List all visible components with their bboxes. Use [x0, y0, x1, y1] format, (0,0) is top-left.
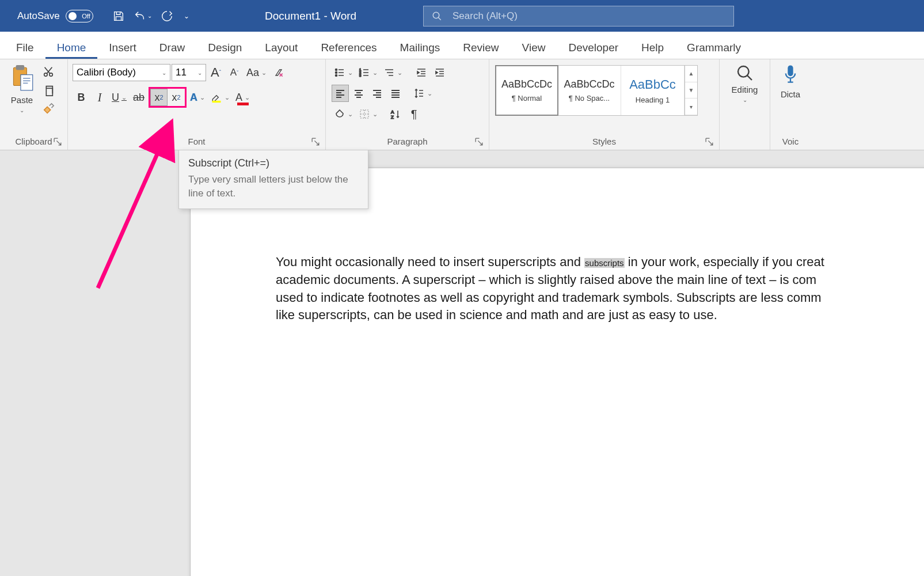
svg-rect-8: [237, 103, 249, 105]
line-spacing-button[interactable]: [411, 85, 435, 102]
sort-button[interactable]: AZ: [387, 105, 404, 123]
shading-button[interactable]: [332, 105, 355, 123]
subscript-button[interactable]: x2: [150, 89, 168, 106]
increase-indent-button[interactable]: [431, 64, 448, 81]
search-input[interactable]: Search (Alt+Q): [423, 6, 734, 26]
numbering-button[interactable]: 123: [356, 64, 380, 81]
redo-icon[interactable]: [157, 6, 177, 26]
strikethrough-button[interactable]: ab: [130, 89, 147, 106]
text-effects-button[interactable]: A: [188, 89, 207, 106]
autosave-toggle[interactable]: AutoSave Off: [0, 10, 104, 22]
format-painter-icon[interactable]: [40, 101, 56, 117]
align-left-button[interactable]: [332, 85, 349, 102]
highlight-color-button[interactable]: [208, 89, 232, 106]
tab-developer[interactable]: Developer: [557, 36, 630, 59]
bold-button[interactable]: B: [73, 89, 90, 106]
svg-point-9: [336, 69, 337, 71]
find-icon: [736, 64, 754, 82]
svg-rect-6: [46, 88, 52, 96]
font-dialog-launcher[interactable]: [311, 137, 321, 147]
underline-button[interactable]: U: [109, 89, 129, 106]
group-paragraph: 123 AZ: [326, 59, 489, 150]
tab-insert[interactable]: Insert: [97, 36, 148, 59]
title-bar: AutoSave Off ⌄ ⌄ Document1 - Word Search…: [0, 0, 924, 32]
tab-design[interactable]: Design: [196, 36, 253, 59]
tab-review[interactable]: Review: [451, 36, 510, 59]
tab-draw[interactable]: Draw: [148, 36, 196, 59]
tab-home[interactable]: Home: [45, 36, 98, 59]
save-icon[interactable]: [108, 6, 129, 26]
gallery-more-icon[interactable]: ▾: [685, 98, 697, 115]
tab-help[interactable]: Help: [630, 36, 675, 59]
svg-text:3: 3: [359, 74, 362, 77]
style-no-spacing[interactable]: AaBbCcDc ¶ No Spac...: [558, 66, 621, 115]
document-area: You might occasionally need to insert su…: [0, 150, 924, 576]
paragraph-dialog-launcher[interactable]: [474, 137, 484, 147]
subscript-tooltip: Subscript (Ctrl+=) Type very small lette…: [178, 150, 368, 209]
dictate-button[interactable]: Dicta: [775, 62, 806, 101]
customize-qat-icon[interactable]: ⌄: [181, 6, 192, 26]
group-voice: Dicta Voic: [770, 59, 811, 150]
clipboard-dialog-launcher[interactable]: [53, 137, 63, 147]
gallery-up-icon[interactable]: ▲: [685, 66, 697, 82]
document-body[interactable]: You might occasionally need to insert su…: [276, 253, 851, 324]
clipboard-icon: [9, 64, 35, 93]
undo-icon[interactable]: ⌄: [132, 6, 153, 26]
multilevel-list-button[interactable]: [381, 64, 405, 81]
decrease-indent-button[interactable]: [413, 64, 430, 81]
editing-button[interactable]: Editing ⌄: [726, 62, 764, 105]
quick-access-toolbar: ⌄ ⌄: [104, 6, 192, 26]
font-color-button[interactable]: A: [233, 89, 252, 106]
borders-button[interactable]: [356, 105, 380, 123]
toggle-switch[interactable]: Off: [66, 10, 93, 22]
styles-gallery: AaBbCcDc ¶ Normal AaBbCcDc ¶ No Spac... …: [495, 65, 698, 116]
font-size-combo[interactable]: 11⌄: [172, 64, 206, 81]
microphone-icon: [782, 64, 798, 87]
ribbon: Paste ⌄ Clipboard Calibri (Body)⌄ 11⌄ Aˆ…: [0, 59, 924, 150]
group-font: Calibri (Body)⌄ 11⌄ Aˆ Aˇ Aa B I U ab x2…: [68, 59, 326, 150]
ribbon-tabs: File Home Insert Draw Design Layout Refe…: [0, 32, 924, 59]
search-icon: [432, 11, 442, 21]
svg-text:Z: Z: [391, 115, 394, 120]
subscript-superscript-highlight: x2 x2: [149, 87, 187, 108]
copy-icon[interactable]: [40, 82, 56, 98]
grow-font-button[interactable]: Aˆ: [207, 64, 225, 81]
justify-button[interactable]: [387, 85, 404, 102]
align-center-button[interactable]: [350, 85, 367, 102]
bullets-button[interactable]: [332, 64, 355, 81]
change-case-button[interactable]: Aa: [244, 64, 269, 81]
gallery-down-icon[interactable]: ▼: [685, 82, 697, 99]
align-right-button[interactable]: [368, 85, 386, 102]
tooltip-body: Type very small letters just below the l…: [188, 173, 359, 200]
group-styles: AaBbCcDc ¶ Normal AaBbCcDc ¶ No Spac... …: [489, 59, 720, 150]
superscript-button[interactable]: x2: [168, 89, 185, 106]
style-normal[interactable]: AaBbCcDc ¶ Normal: [495, 65, 558, 116]
document-title: Document1 - Word: [265, 10, 356, 22]
tab-grammarly[interactable]: Grammarly: [675, 36, 752, 59]
font-name-combo[interactable]: Calibri (Body)⌄: [73, 64, 170, 81]
cut-icon[interactable]: [40, 64, 56, 80]
autosave-label: AutoSave: [17, 10, 60, 22]
svg-text:A: A: [391, 109, 394, 115]
show-hide-marks-button[interactable]: ¶: [405, 105, 423, 123]
tab-layout[interactable]: Layout: [253, 36, 309, 59]
tab-view[interactable]: View: [511, 36, 557, 59]
styles-gallery-scroll: ▲ ▼ ▾: [685, 66, 697, 115]
svg-point-10: [336, 72, 337, 74]
tab-file[interactable]: File: [5, 36, 45, 59]
search-placeholder: Search (Alt+Q): [453, 10, 518, 22]
italic-button[interactable]: I: [91, 89, 108, 106]
svg-rect-7: [212, 101, 221, 103]
tooltip-title: Subscript (Ctrl+=): [188, 157, 359, 169]
shrink-font-button[interactable]: Aˇ: [226, 64, 243, 81]
selected-text[interactable]: subscripts: [584, 258, 625, 268]
styles-dialog-launcher[interactable]: [705, 137, 714, 147]
document-page[interactable]: You might occasionally need to insert su…: [190, 168, 924, 576]
svg-rect-2: [16, 65, 25, 70]
tab-references[interactable]: References: [309, 36, 388, 59]
style-heading-1[interactable]: AaBbCc Heading 1: [621, 66, 685, 115]
svg-point-11: [336, 75, 337, 77]
clear-formatting-button[interactable]: [270, 64, 287, 81]
paste-button[interactable]: Paste ⌄: [3, 62, 40, 116]
tab-mailings[interactable]: Mailings: [389, 36, 452, 59]
